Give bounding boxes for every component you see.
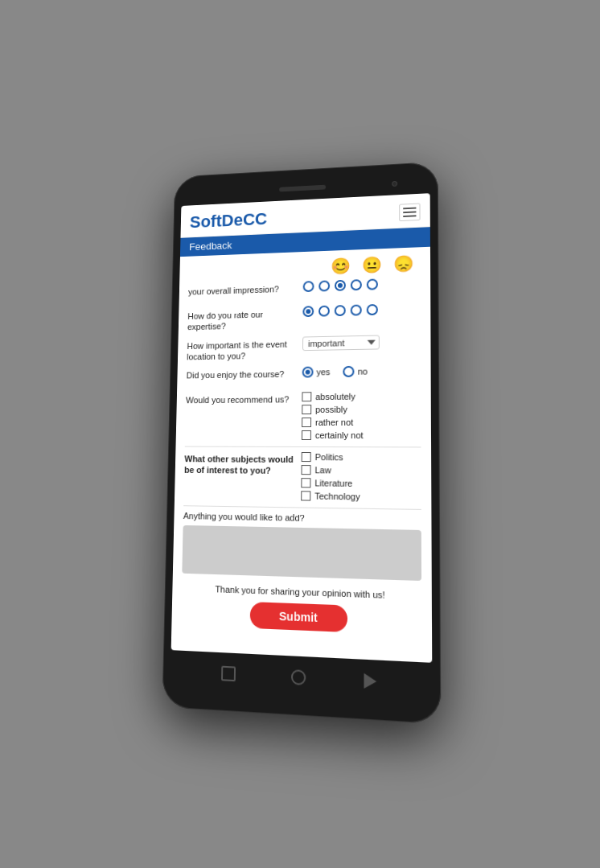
hamburger-line-3 — [403, 215, 416, 217]
label-subjects: What other subjects would be of interest… — [184, 451, 302, 476]
emoji-sad: 😞 — [393, 253, 413, 274]
phone-device: SoftDeCC Feedback 😊 😐 😞 your overall imp… — [162, 161, 441, 724]
radio-yes[interactable] — [302, 366, 314, 377]
radio-expertise-2[interactable] — [318, 305, 330, 316]
checkbox-box-literature[interactable] — [301, 478, 310, 487]
checkbox-box-absolutely[interactable] — [302, 392, 311, 401]
checkbox-box-law[interactable] — [302, 465, 311, 475]
label-expertise: How do you rate our expertise? — [187, 306, 303, 332]
phone-speaker — [279, 184, 326, 191]
no-option[interactable]: no — [343, 365, 368, 376]
yes-option[interactable]: yes — [302, 366, 331, 377]
checkbox-label-law: Law — [314, 465, 331, 475]
radio-impression-2[interactable] — [318, 280, 330, 291]
nav-home-icon[interactable] — [291, 669, 306, 685]
radio-group-impression — [303, 278, 378, 292]
yes-label: yes — [316, 367, 330, 376]
label-recommend: Would you recommend us? — [186, 392, 302, 405]
divider-2 — [183, 505, 421, 510]
control-overall-impression — [303, 277, 421, 291]
radio-group-expertise — [302, 303, 378, 316]
checkbox-label-rather-not: rather not — [315, 418, 353, 427]
checkbox-politics[interactable]: Politics — [302, 452, 360, 462]
textarea-label: Anything you would like to add? — [183, 511, 421, 525]
thank-you-text: Thank you for sharing your opinion with … — [182, 582, 421, 601]
radio-no[interactable] — [343, 366, 354, 377]
checkbox-possibly[interactable]: possibly — [302, 404, 364, 413]
divider — [185, 446, 421, 447]
label-event-location: How important is the event location to y… — [187, 336, 302, 362]
logo-bold: DeCC — [221, 208, 267, 229]
radio-expertise-3[interactable] — [335, 305, 346, 316]
question-subjects: What other subjects would be of interest… — [183, 451, 421, 502]
control-event-location: important not important very important — [302, 334, 421, 351]
radio-expertise-1[interactable] — [302, 306, 314, 317]
question-recommend: Would you recommend us? absolutely possi… — [185, 391, 421, 440]
checkbox-law[interactable]: Law — [302, 465, 360, 475]
radio-impression-5[interactable] — [367, 278, 378, 290]
question-event-location: How important is the event location to y… — [187, 334, 421, 362]
checkbox-label-absolutely: absolutely — [315, 391, 355, 401]
additional-textarea[interactable] — [182, 525, 421, 581]
phone-screen: SoftDeCC Feedback 😊 😐 😞 your overall imp… — [171, 193, 433, 663]
checkbox-absolutely[interactable]: absolutely — [302, 391, 363, 401]
hamburger-line-2 — [403, 211, 416, 213]
checkbox-rather-not[interactable]: rather not — [302, 417, 364, 426]
radio-impression-1[interactable] — [303, 281, 314, 292]
checkbox-label-possibly: possibly — [315, 405, 347, 414]
form-body: 😊 😐 😞 your overall impression? — [171, 246, 432, 656]
checkbox-literature[interactable]: Literature — [301, 478, 360, 488]
checkbox-group-subjects: Politics Law Literature Technology — [301, 452, 360, 501]
no-label: no — [358, 366, 368, 376]
select-importance[interactable]: important not important very important — [302, 335, 380, 351]
yes-no-group: yes no — [302, 365, 368, 377]
control-subjects: Politics Law Literature Technology — [301, 452, 421, 503]
control-recommend: absolutely possibly rather not cert — [302, 391, 421, 440]
checkbox-group-recommend: absolutely possibly rather not cert — [302, 391, 364, 439]
question-overall-impression: your overall impression? — [188, 277, 421, 302]
label-enjoy-course: Did you enjoy the course? — [187, 366, 302, 381]
hamburger-line-1 — [403, 207, 416, 209]
checkbox-label-politics: Politics — [315, 452, 343, 462]
nav-square-icon[interactable] — [221, 665, 236, 681]
checkbox-box-technology[interactable] — [301, 491, 310, 500]
logo-plain: Soft — [190, 211, 222, 231]
question-enjoy-course: Did you enjoy the course? yes no — [186, 364, 421, 386]
emoji-neutral: 😐 — [362, 254, 382, 274]
control-enjoy-course: yes no — [302, 364, 421, 377]
checkbox-box-possibly[interactable] — [302, 405, 311, 414]
emoji-happy: 😊 — [331, 256, 351, 275]
phone-camera — [392, 180, 397, 186]
checkbox-box-politics[interactable] — [302, 452, 311, 462]
nav-back-icon[interactable] — [364, 673, 377, 689]
radio-impression-4[interactable] — [351, 279, 362, 290]
emoji-row: 😊 😐 😞 — [188, 253, 420, 281]
checkbox-technology[interactable]: Technology — [301, 491, 360, 501]
hamburger-menu[interactable] — [399, 203, 420, 221]
question-additional: Anything you would like to add? — [182, 511, 421, 584]
question-expertise: How do you rate our expertise? — [187, 302, 421, 332]
radio-expertise-4[interactable] — [351, 304, 362, 315]
checkbox-label-technology: Technology — [314, 491, 360, 501]
checkbox-box-certainly-not[interactable] — [302, 430, 311, 440]
app-logo: SoftDeCC — [190, 208, 268, 232]
control-expertise — [302, 302, 421, 317]
checkbox-label-literature: Literature — [314, 478, 352, 488]
label-overall-impression: your overall impression? — [188, 281, 303, 297]
checkbox-box-rather-not[interactable] — [302, 418, 311, 427]
checkbox-label-certainly-not: certainly not — [315, 430, 364, 440]
submit-button[interactable]: Submit — [250, 602, 347, 632]
checkbox-certainly-not[interactable]: certainly not — [302, 430, 364, 440]
radio-expertise-5[interactable] — [367, 303, 378, 315]
radio-impression-3[interactable] — [335, 279, 346, 290]
